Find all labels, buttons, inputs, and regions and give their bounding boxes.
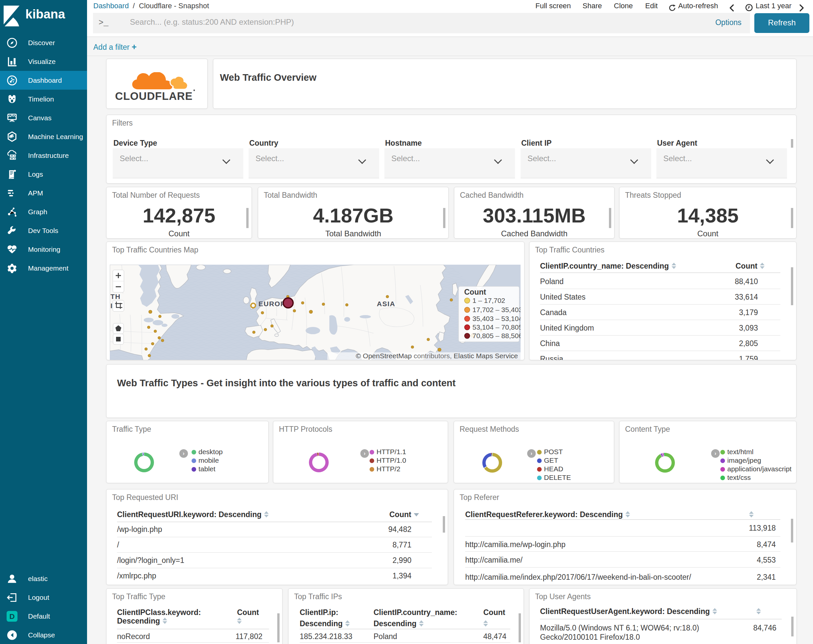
svg-text:© OpenStreetMap contributors,: © OpenStreetMap contributors, Elastic Ma… — [356, 352, 518, 360]
svg-text:17,702 – 35,403: 17,702 – 35,403 — [472, 306, 521, 313]
svg-text:CLOUDFLARE: CLOUDFLARE — [115, 90, 193, 102]
svg-text:ASIA: ASIA — [377, 300, 395, 308]
svg-text:TH: TH — [110, 293, 121, 300]
svg-text:53,104 – 70,805: 53,104 – 70,805 — [472, 323, 521, 331]
svg-text:Count: Count — [464, 288, 486, 296]
svg-text:35,403 – 53,104: 35,403 – 53,104 — [472, 315, 521, 322]
svg-text:70,805 – 88,506: 70,805 – 88,506 — [472, 332, 521, 339]
svg-text:1 – 17,702: 1 – 17,702 — [472, 297, 505, 304]
svg-text:D: D — [9, 612, 14, 620]
